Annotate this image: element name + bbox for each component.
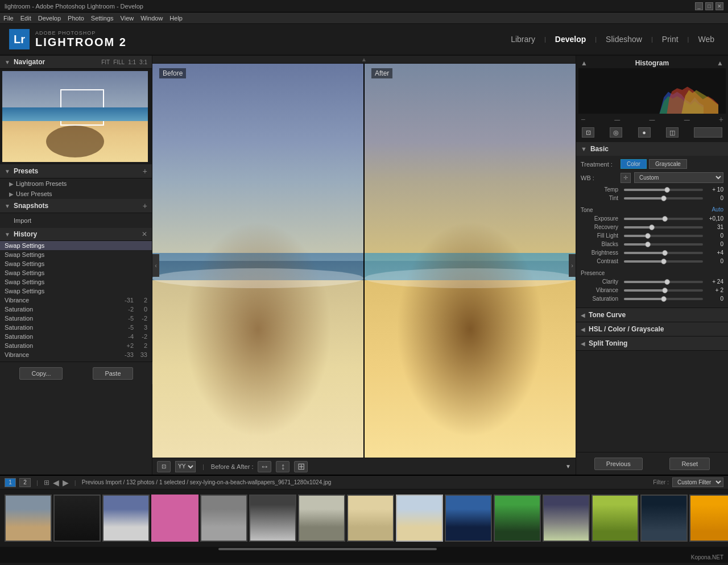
history-header[interactable]: ▼ History ✕ bbox=[0, 228, 152, 241]
reset-button[interactable]: Reset bbox=[669, 458, 710, 470]
treatment-grayscale-button[interactable]: Grayscale bbox=[649, 159, 687, 169]
history-item[interactable]: Vibrance -33 33 bbox=[0, 350, 152, 359]
basic-panel-header[interactable]: ▼ Basic bbox=[576, 142, 728, 156]
filmstrip-scrollbar[interactable] bbox=[0, 547, 728, 551]
history-item[interactable]: Swap Settings bbox=[0, 250, 152, 259]
history-item[interactable]: Saturation -5 -2 bbox=[0, 314, 152, 323]
exposure-thumb[interactable] bbox=[662, 216, 668, 222]
top-filmstrip-arrow[interactable]: ▲ bbox=[152, 56, 576, 64]
histogram-plus-button[interactable]: + bbox=[719, 115, 723, 124]
histogram-minus-button[interactable]: − bbox=[581, 115, 585, 124]
page-1-button[interactable]: 1 bbox=[5, 478, 16, 487]
snapshot-import[interactable]: Import bbox=[5, 215, 147, 226]
swap-vertical-button[interactable]: ↕ bbox=[276, 461, 289, 472]
contrast-thumb[interactable] bbox=[661, 259, 667, 264]
prev-nav-button[interactable]: ◀ bbox=[53, 478, 59, 487]
previous-button[interactable]: Previous bbox=[594, 458, 643, 470]
filmstrip-thumb[interactable] bbox=[102, 495, 150, 542]
filmstrip-thumb[interactable] bbox=[445, 495, 492, 542]
filmstrip-thumb[interactable] bbox=[5, 495, 52, 542]
history-item[interactable]: Saturation +2 2 bbox=[0, 341, 152, 350]
history-item[interactable]: Vibrance -31 2 bbox=[0, 296, 152, 305]
nav-print[interactable]: Print bbox=[657, 32, 683, 46]
minimize-button[interactable]: _ bbox=[695, 2, 703, 10]
paste-button[interactable]: Paste bbox=[93, 367, 133, 380]
recovery-thumb[interactable] bbox=[649, 225, 655, 230]
page-2-button[interactable]: 2 bbox=[19, 478, 31, 487]
tone-curve-header[interactable]: ◀ Tone Curve bbox=[576, 308, 728, 322]
zoom-1to1[interactable]: 1:1 bbox=[128, 59, 136, 65]
menu-develop[interactable]: Develop bbox=[38, 15, 61, 22]
filllight-thumb[interactable] bbox=[645, 233, 651, 239]
blacks-thumb[interactable] bbox=[645, 242, 651, 247]
crop-overlay-tool[interactable]: ⊡ bbox=[582, 127, 594, 138]
menu-view[interactable]: View bbox=[121, 15, 134, 22]
menu-settings[interactable]: Settings bbox=[91, 15, 114, 22]
history-item[interactable]: Saturation -4 -2 bbox=[0, 332, 152, 341]
next-nav-button[interactable]: ▶ bbox=[63, 478, 69, 487]
nav-library[interactable]: Library bbox=[506, 32, 540, 46]
right-panel-collapse[interactable]: › bbox=[569, 254, 576, 277]
grid-view-button[interactable]: ⊞ bbox=[44, 479, 49, 487]
preset-lightroom[interactable]: ▶ Lightroom Presets bbox=[0, 178, 152, 189]
nav-web[interactable]: Web bbox=[693, 32, 719, 46]
filmstrip-thumb[interactable] bbox=[347, 495, 394, 542]
menu-window[interactable]: Window bbox=[140, 15, 163, 22]
filmstrip-thumb[interactable] bbox=[640, 495, 688, 542]
close-button[interactable]: ✕ bbox=[715, 2, 723, 10]
adjustment-brush-tool[interactable] bbox=[694, 127, 722, 138]
treatment-color-button[interactable]: Color bbox=[621, 159, 647, 169]
eyedropper-tool[interactable]: ✛ bbox=[621, 173, 631, 183]
menu-help[interactable]: Help bbox=[169, 15, 183, 22]
history-item[interactable]: Swap Settings bbox=[0, 241, 152, 250]
grid-view-button[interactable]: ⊞ bbox=[294, 461, 308, 472]
history-item[interactable]: Swap Settings bbox=[0, 277, 152, 286]
navigator-header[interactable]: ▼ Navigator FIT FILL 1:1 3:1 bbox=[0, 56, 152, 69]
red-eye-tool[interactable]: ● bbox=[638, 127, 651, 138]
history-item[interactable]: Swap Settings bbox=[0, 259, 152, 268]
split-toning-header[interactable]: ◀ Split Toning bbox=[576, 336, 728, 351]
history-clear-button[interactable]: ✕ bbox=[142, 230, 147, 238]
filmstrip-thumb-selected[interactable] bbox=[396, 495, 443, 542]
filter-select[interactable]: Custom Filter bbox=[672, 477, 723, 487]
left-panel-collapse[interactable]: ‹ bbox=[152, 254, 159, 277]
history-item[interactable]: Saturation -2 0 bbox=[0, 305, 152, 314]
vibrance-thumb[interactable] bbox=[662, 288, 668, 293]
presets-add-button[interactable]: + bbox=[143, 167, 147, 176]
clarity-thumb[interactable] bbox=[664, 279, 670, 285]
nav-slideshow[interactable]: Slideshow bbox=[601, 32, 647, 46]
zoom-fill[interactable]: FILL bbox=[113, 59, 125, 65]
menu-photo[interactable]: Photo bbox=[68, 15, 84, 22]
preset-user[interactable]: ▶ User Presets bbox=[0, 189, 152, 199]
crop-tool[interactable]: ⊡ bbox=[157, 461, 171, 472]
filmstrip-thumb[interactable] bbox=[298, 495, 345, 542]
hsl-header[interactable]: ◀ HSL / Color / Grayscale bbox=[576, 322, 728, 336]
menu-file[interactable]: File bbox=[3, 15, 14, 22]
histogram-clip-highlights[interactable]: ▲ bbox=[717, 59, 723, 67]
swap-horizontal-button[interactable]: ↔ bbox=[258, 461, 271, 472]
maximize-button[interactable]: □ bbox=[705, 2, 713, 10]
history-item[interactable]: Swap Settings bbox=[0, 268, 152, 277]
spot-removal-tool[interactable]: ◎ bbox=[610, 127, 622, 138]
wb-select[interactable]: Custom As Shot Auto Daylight bbox=[634, 172, 723, 183]
presets-header[interactable]: ▼ Presets + bbox=[0, 164, 152, 178]
view-mode-select[interactable]: YY bbox=[175, 461, 196, 472]
histogram-clip-shadows[interactable]: ▲ bbox=[581, 59, 588, 67]
snapshots-header[interactable]: ▼ Snapshots + bbox=[0, 199, 152, 213]
graduated-filter-tool[interactable]: ◫ bbox=[666, 127, 679, 138]
filmstrip-thumb[interactable] bbox=[53, 495, 101, 542]
menu-edit[interactable]: Edit bbox=[20, 15, 31, 22]
tint-thumb[interactable] bbox=[661, 196, 667, 201]
filmstrip-thumb[interactable] bbox=[151, 495, 198, 542]
filmstrip-thumb[interactable] bbox=[494, 495, 541, 542]
filmstrip-thumb[interactable] bbox=[249, 495, 296, 542]
temp-thumb[interactable] bbox=[664, 187, 670, 193]
filmstrip-thumb[interactable] bbox=[592, 495, 639, 542]
zoom-3to1[interactable]: 3:1 bbox=[139, 59, 147, 65]
toolbar-dropdown[interactable]: ▼ bbox=[565, 463, 571, 470]
filmstrip-thumb[interactable] bbox=[689, 495, 728, 542]
saturation-thumb[interactable] bbox=[661, 296, 667, 302]
history-item[interactable]: Swap Settings bbox=[0, 286, 152, 296]
tone-auto-button[interactable]: Auto bbox=[712, 206, 723, 213]
brightness-thumb[interactable] bbox=[662, 250, 668, 256]
